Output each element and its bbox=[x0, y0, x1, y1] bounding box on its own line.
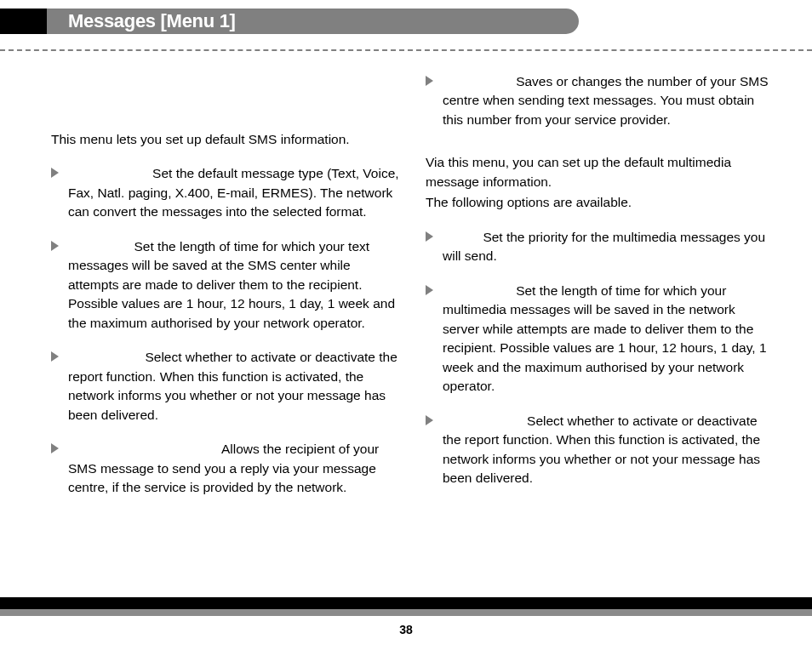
list-item: Allows the recipient of your SMS message… bbox=[51, 440, 400, 497]
triangle-bullet-icon bbox=[51, 443, 59, 453]
triangle-bullet-icon bbox=[426, 285, 433, 295]
lead-gap bbox=[443, 230, 483, 244]
lead-gap bbox=[68, 350, 145, 364]
list-item: Select whether to activate or deactivate… bbox=[51, 348, 400, 425]
footer-gray-strip bbox=[0, 609, 812, 616]
left-column: This menu lets you set up default SMS in… bbox=[51, 72, 400, 513]
header-black-tab bbox=[0, 9, 47, 34]
left-intro: This menu lets you set up default SMS in… bbox=[51, 130, 400, 149]
list-item: Set the priority for the multimedia mess… bbox=[426, 228, 775, 266]
title-bar: Messages [Menu 1] bbox=[47, 9, 579, 34]
triangle-bullet-icon bbox=[426, 76, 433, 86]
right-column: Saves or changes the number of your SMS … bbox=[426, 72, 775, 513]
triangle-bullet-icon bbox=[426, 231, 433, 242]
content-area: This menu lets you set up default SMS in… bbox=[51, 72, 775, 513]
list-item: Set the default message type (Text, Voic… bbox=[51, 164, 400, 221]
page-number: 38 bbox=[0, 623, 812, 636]
dashed-divider bbox=[0, 49, 812, 51]
page-container: Messages [Menu 1] This menu lets you set… bbox=[0, 0, 812, 650]
footer-black-bar bbox=[0, 597, 812, 609]
triangle-bullet-icon bbox=[51, 241, 59, 251]
item-text: Set the length of time for which your mu… bbox=[443, 283, 767, 393]
triangle-bullet-icon bbox=[426, 415, 433, 425]
page-title: Messages [Menu 1] bbox=[68, 10, 236, 32]
lead-gap bbox=[68, 239, 134, 254]
lead-gap bbox=[443, 283, 516, 298]
lead-gap bbox=[443, 74, 516, 88]
item-text: Set the priority for the multimedia mess… bbox=[443, 230, 765, 263]
lead-gap bbox=[443, 413, 527, 428]
right-intro-2: The following options are available. bbox=[426, 193, 775, 212]
triangle-bullet-icon bbox=[51, 351, 59, 362]
lead-gap bbox=[68, 166, 152, 180]
lead-gap bbox=[68, 442, 221, 456]
right-intro-1: Via this menu, you can set up the defaul… bbox=[426, 153, 775, 191]
list-item: Set the length of time for which your te… bbox=[51, 237, 400, 333]
list-item: Select whether to activate or deactivate… bbox=[426, 412, 775, 488]
list-item: Saves or changes the number of your SMS … bbox=[426, 72, 775, 129]
triangle-bullet-icon bbox=[51, 168, 59, 178]
list-item: Set the length of time for which your mu… bbox=[426, 282, 775, 396]
